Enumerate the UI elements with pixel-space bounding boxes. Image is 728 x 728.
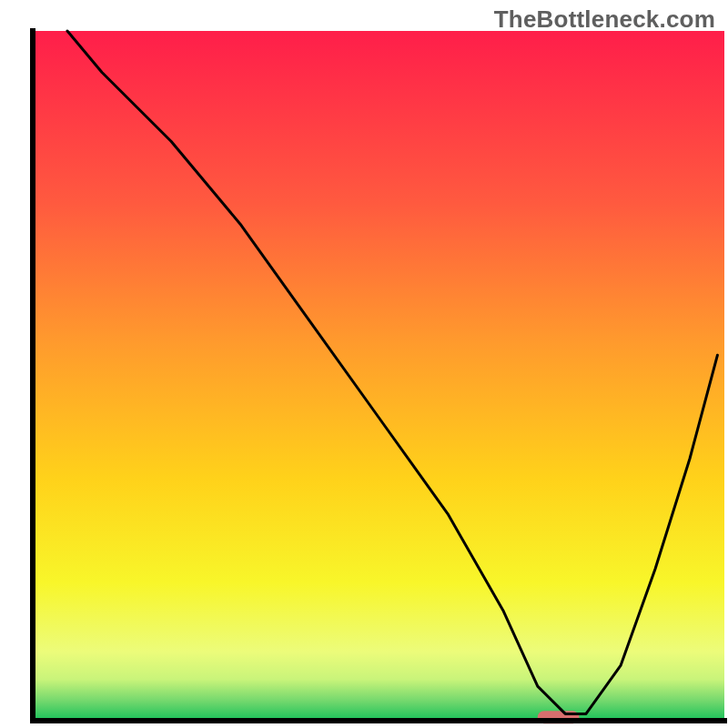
chart-canvas bbox=[0, 0, 728, 728]
gradient-background bbox=[33, 31, 724, 721]
bottleneck-chart: TheBottleneck.com bbox=[0, 0, 728, 728]
watermark-text: TheBottleneck.com bbox=[494, 5, 715, 34]
